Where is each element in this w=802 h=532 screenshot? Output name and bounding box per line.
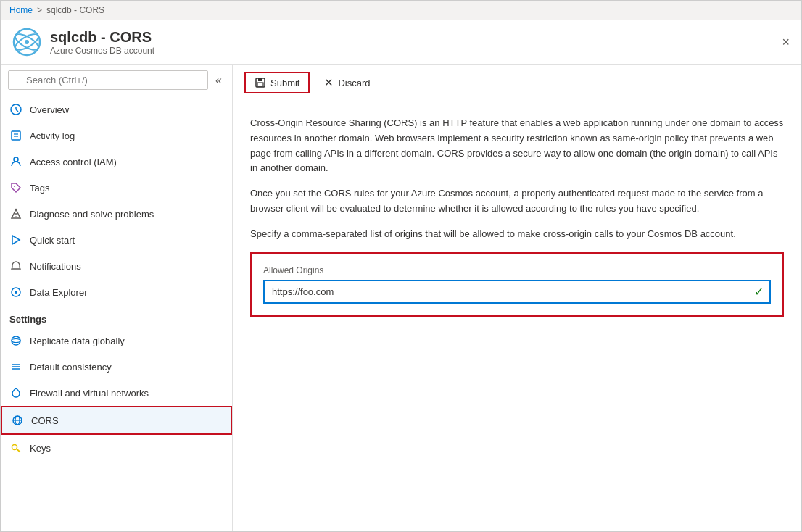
notifications-icon: [9, 259, 22, 273]
iam-icon: [9, 155, 22, 168]
sidebar-item-data-explorer[interactable]: Data Explorer: [1, 279, 232, 305]
description-3: Specify a comma-separated list of origin…: [250, 227, 784, 242]
origin-input-wrap: ✓: [263, 280, 771, 304]
sidebar: 🔍 « Overview Activity log: [1, 65, 233, 531]
cors-allowed-origins-section: Allowed Origins ✓: [250, 252, 784, 317]
sidebar-item-notifications[interactable]: Notifications: [1, 253, 232, 279]
sidebar-item-notifications-label: Notifications: [30, 261, 81, 272]
content-body: Cross-Origin Resource Sharing (CORS) is …: [233, 101, 801, 531]
replicate-icon: [9, 334, 22, 347]
sidebar-item-consistency-label: Default consistency: [30, 362, 112, 373]
breadcrumb-home[interactable]: Home: [9, 5, 33, 15]
sidebar-item-firewall[interactable]: Firewall and virtual networks: [1, 380, 232, 406]
page-subtitle: Azure Cosmos DB account: [50, 46, 154, 56]
breadcrumb: Home > sqlcdb - CORS: [1, 1, 801, 20]
diagnose-icon: [9, 207, 22, 220]
svg-point-19: [12, 339, 20, 343]
search-row: 🔍 «: [1, 65, 232, 96]
sidebar-item-firewall-label: Firewall and virtual networks: [30, 388, 149, 399]
sidebar-nav: Overview Activity log Access control (IA…: [1, 96, 232, 531]
sidebar-item-data-explorer-label: Data Explorer: [30, 287, 87, 298]
sidebar-item-keys[interactable]: Keys: [1, 435, 232, 461]
settings-section-header: Settings: [1, 305, 232, 328]
save-icon: [255, 77, 266, 88]
svg-point-10: [14, 157, 18, 162]
sidebar-item-activity-log[interactable]: Activity log: [1, 122, 232, 149]
sidebar-item-diagnose-label: Diagnose and solve problems: [30, 209, 154, 220]
svg-point-3: [25, 40, 29, 44]
sidebar-item-tags[interactable]: Tags: [1, 175, 232, 201]
sidebar-item-cors-label: CORS: [31, 415, 59, 426]
sidebar-item-activity-log-label: Activity log: [30, 130, 75, 141]
page-title: sqlcdb - CORS: [50, 29, 154, 46]
sidebar-item-overview-label: Overview: [30, 104, 69, 115]
breadcrumb-separator: >: [37, 5, 42, 15]
svg-rect-29: [258, 78, 262, 81]
allowed-origins-label: Allowed Origins: [263, 265, 771, 275]
sidebar-item-cors[interactable]: CORS: [1, 406, 232, 435]
svg-line-6: [16, 109, 18, 112]
sidebar-item-tags-label: Tags: [30, 183, 49, 194]
tags-icon: [9, 181, 22, 194]
quickstart-icon: [9, 233, 22, 246]
description-1: Cross-Origin Resource Sharing (CORS) is …: [250, 116, 784, 176]
sidebar-item-overview[interactable]: Overview: [1, 96, 232, 122]
search-input[interactable]: [8, 70, 208, 90]
allowed-origins-input[interactable]: [263, 280, 771, 304]
content-area: Submit ✕ Discard Cross-Origin Resource S…: [233, 65, 801, 531]
description-2: Once you set the CORS rules for your Azu…: [250, 186, 784, 217]
svg-rect-30: [257, 83, 263, 86]
svg-line-27: [17, 449, 21, 452]
collapse-button[interactable]: «: [212, 74, 225, 87]
svg-point-17: [15, 291, 17, 294]
discard-button[interactable]: ✕ Discard: [315, 72, 379, 93]
sidebar-item-diagnose[interactable]: Diagnose and solve problems: [1, 201, 232, 227]
sidebar-item-replicate[interactable]: Replicate data globally: [1, 328, 232, 354]
sidebar-item-quick-start[interactable]: Quick start: [1, 227, 232, 253]
sidebar-item-consistency[interactable]: Default consistency: [1, 354, 232, 380]
sidebar-item-quick-start-label: Quick start: [30, 235, 75, 246]
firewall-icon: [9, 386, 22, 399]
toolbar: Submit ✕ Discard: [233, 65, 801, 101]
cosmos-icon: [12, 28, 41, 57]
cors-icon: [11, 414, 24, 427]
overview-icon: [9, 103, 22, 116]
activity-log-icon: [9, 129, 22, 142]
sidebar-item-iam-label: Access control (IAM): [30, 157, 117, 167]
sidebar-item-keys-label: Keys: [30, 443, 51, 454]
svg-point-18: [12, 336, 20, 345]
submit-button[interactable]: Submit: [244, 72, 310, 93]
keys-icon: [9, 441, 22, 454]
svg-marker-14: [12, 236, 20, 244]
sidebar-item-access-control[interactable]: Access control (IAM): [1, 149, 232, 175]
svg-point-11: [14, 186, 15, 187]
discard-icon: ✕: [324, 76, 334, 89]
consistency-icon: [9, 360, 22, 373]
breadcrumb-current: sqlcdb - CORS: [46, 5, 104, 15]
data-explorer-icon: [9, 286, 22, 299]
svg-rect-7: [12, 131, 20, 140]
check-icon: ✓: [754, 285, 764, 299]
page-header: sqlcdb - CORS Azure Cosmos DB account ×: [1, 20, 801, 65]
svg-point-13: [15, 216, 17, 217]
sidebar-item-replicate-label: Replicate data globally: [30, 336, 125, 346]
close-button[interactable]: ×: [782, 35, 790, 50]
